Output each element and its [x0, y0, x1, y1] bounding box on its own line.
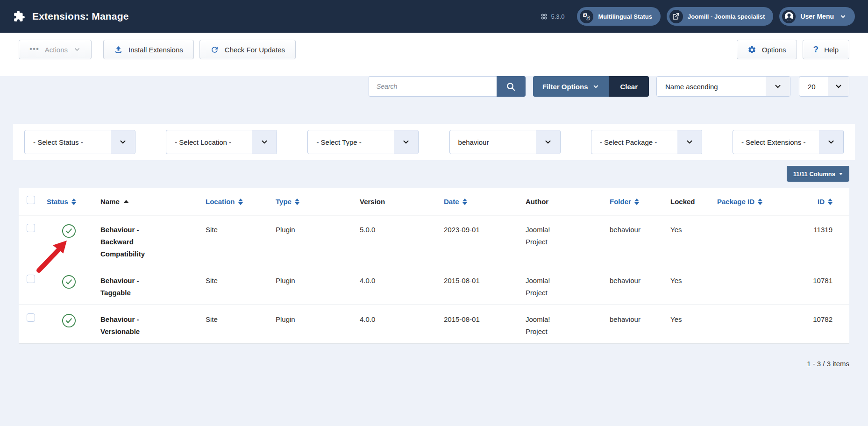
filter-options-label: Filter Options — [542, 83, 588, 91]
joomla-version: 5.3.0 — [541, 13, 564, 20]
page-title: Extensions: Manage — [32, 11, 129, 22]
gear-icon — [747, 45, 756, 54]
table-header-row: Status Name Location Type Version Date A… — [19, 188, 849, 215]
sort-icon — [758, 199, 762, 205]
columns-button-label: 11/11 Columns — [793, 170, 835, 178]
user-menu-button[interactable]: User Menu — [779, 7, 855, 26]
cell-package-id — [712, 215, 787, 266]
cell-locked: Yes — [666, 305, 712, 344]
select-folder-filter[interactable]: behaviour — [449, 130, 561, 154]
table-row: Behaviour - Versionable Site Plugin 4.0.… — [19, 305, 849, 344]
chevron-down-icon — [394, 130, 418, 154]
chevron-down-icon — [840, 13, 847, 20]
select-status-filter[interactable]: - Select Status - — [24, 130, 135, 154]
help-button[interactable]: ? Help — [803, 40, 849, 59]
toolbar-band: ••• Actions Install Extensions Check For… — [0, 33, 868, 76]
joomill-link-button[interactable]: Joomill - Joomla specialist — [667, 7, 773, 26]
check-for-updates-button[interactable]: Check For Updates — [199, 40, 296, 59]
list-limit-value: 20 — [799, 83, 816, 91]
multilingual-status-button[interactable]: A z Multilingual Status — [577, 7, 661, 26]
search-input[interactable] — [369, 76, 497, 97]
column-header-location[interactable]: Location — [201, 188, 271, 215]
pagination-counter: 1 - 3 / 3 items — [19, 360, 849, 368]
column-header-folder[interactable]: Folder — [605, 188, 666, 215]
row-checkbox[interactable] — [27, 224, 35, 232]
extensions-table: Status Name Location Type Version Date A… — [19, 188, 849, 344]
cell-date: 2023-09-01 — [439, 215, 521, 266]
user-icon — [782, 10, 796, 23]
cell-author: Joomla! Project — [521, 305, 605, 344]
cell-author: Joomla! Project — [521, 215, 605, 266]
svg-text:z: z — [587, 16, 589, 19]
pill-label: Joomill - Joomla specialist — [688, 13, 765, 20]
cell-locked: Yes — [666, 266, 712, 305]
select-value: - Select Type - — [308, 138, 361, 146]
chevron-down-icon — [677, 130, 702, 154]
table-row: Behaviour - Taggable Site Plugin 4.0.0 2… — [19, 266, 849, 305]
cell-location: Site — [201, 266, 271, 305]
chevron-down-icon — [819, 130, 843, 154]
puzzle-icon — [13, 10, 25, 22]
chevron-down-icon — [252, 130, 277, 154]
cell-id: 10781 — [787, 266, 849, 305]
select-type-filter[interactable]: - Select Type - — [307, 130, 419, 154]
upload-icon — [114, 45, 123, 54]
pill-label: Multilingual Status — [598, 13, 652, 20]
options-button[interactable]: Options — [737, 40, 797, 59]
row-checkbox[interactable] — [27, 313, 35, 322]
brand: Extensions: Manage — [13, 10, 129, 22]
sort-asc-icon — [123, 200, 129, 203]
select-all-checkbox[interactable] — [27, 196, 35, 204]
cell-version: 4.0.0 — [355, 266, 439, 305]
cell-type: Plugin — [271, 305, 355, 344]
column-header-status[interactable]: Status — [42, 188, 96, 215]
pill-label: User Menu — [800, 13, 834, 20]
list-limit-select[interactable]: 20 — [799, 76, 849, 97]
select-location-filter[interactable]: - Select Location - — [166, 130, 277, 154]
filter-options-button[interactable]: Filter Options — [533, 76, 609, 97]
help-label: Help — [824, 46, 839, 54]
cell-version: 4.0.0 — [355, 305, 439, 344]
column-header-id[interactable]: ID — [787, 188, 849, 215]
cell-name: Behaviour - Versionable — [96, 305, 201, 344]
column-header-locked: Locked — [666, 188, 712, 215]
cell-id: 11319 — [787, 215, 849, 266]
cell-folder: behaviour — [605, 215, 666, 266]
column-header-type[interactable]: Type — [271, 188, 355, 215]
actions-button[interactable]: ••• Actions — [19, 40, 92, 59]
sort-icon — [71, 199, 76, 205]
caret-down-icon — [839, 173, 843, 175]
sort-select[interactable]: Name ascending — [656, 76, 790, 97]
clear-button[interactable]: Clear — [609, 76, 649, 97]
status-enabled-icon[interactable] — [62, 224, 76, 238]
translate-icon: A z — [580, 10, 593, 23]
refresh-icon — [210, 45, 219, 54]
joomla-logo-icon — [541, 13, 548, 20]
status-enabled-icon[interactable] — [62, 313, 76, 328]
column-header-version: Version — [355, 188, 439, 215]
chevron-down-icon — [828, 77, 849, 96]
column-header-name[interactable]: Name — [96, 188, 201, 215]
select-package-filter[interactable]: - Select Package - — [591, 130, 702, 154]
column-header-date[interactable]: Date — [439, 188, 521, 215]
select-value: - Select Extensions - — [733, 138, 806, 146]
row-checkbox[interactable] — [27, 275, 35, 283]
cell-id: 10782 — [787, 305, 849, 344]
cell-location: Site — [201, 215, 271, 266]
install-extensions-button[interactable]: Install Extensions — [103, 40, 194, 59]
cell-package-id — [712, 266, 787, 305]
cell-folder: behaviour — [605, 266, 666, 305]
topbar-right: 5.3.0 A z Multilingual Status Joomill — [541, 7, 855, 26]
question-icon: ? — [813, 44, 819, 55]
status-enabled-icon[interactable] — [62, 275, 76, 289]
column-header-package-id[interactable]: Package ID — [712, 188, 787, 215]
chevron-down-icon — [111, 130, 135, 154]
columns-toggle-button[interactable]: 11/11 Columns — [787, 166, 849, 182]
sort-icon — [634, 199, 639, 205]
cell-date: 2015-08-01 — [439, 266, 521, 305]
select-extensions-filter[interactable]: - Select Extensions - — [733, 130, 844, 154]
version-text: 5.3.0 — [551, 13, 564, 20]
chevron-down-icon — [73, 46, 81, 53]
chevron-down-icon — [592, 83, 599, 90]
search-button[interactable] — [497, 76, 526, 97]
